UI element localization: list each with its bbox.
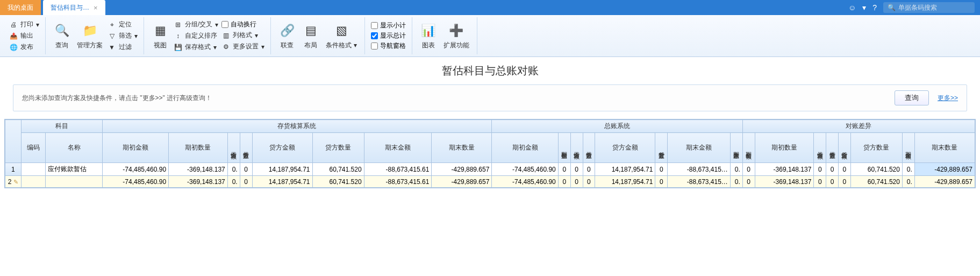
chevron-down-icon: ▾: [215, 21, 218, 29]
layout-icon: ▤: [302, 22, 319, 39]
group-button[interactable]: ⊞分组/交叉 ▾: [172, 19, 220, 30]
printer-icon: 🖨: [9, 20, 18, 29]
th-gl-begamt[interactable]: 期初金额: [492, 133, 558, 163]
subtotal-check[interactable]: 显示小计: [369, 20, 407, 31]
chevron-down-icon: ▾: [36, 21, 39, 29]
ext-button[interactable]: ➕扩展功能: [440, 21, 473, 51]
sort-icon: ↕: [174, 32, 182, 40]
funnel2-icon: ▼: [108, 43, 116, 52]
row-num: 1: [5, 163, 22, 176]
th-inv-begqty[interactable]: 期初数量: [169, 133, 228, 163]
magnifier-icon: 🔍: [53, 22, 70, 39]
ribbon-group-file: 🖨打印 ▾ 📤输出 🌐发布: [3, 17, 46, 54]
page-title: 暂估科目与总账对账: [0, 57, 980, 84]
th-d-begamt[interactable]: 期初金额: [742, 133, 755, 163]
sort-button[interactable]: ↕自定义排序: [172, 30, 220, 41]
table-row-sum[interactable]: 2 ✎ -74,485,460.90 -369,148.137 0. 0 14,…: [5, 176, 975, 188]
colfmt-button[interactable]: ▥列格式 ▾: [220, 30, 266, 41]
th-d-dramt[interactable]: 借方金额: [814, 133, 826, 163]
query-btn[interactable]: 查询: [895, 90, 929, 105]
th-inv-crqty[interactable]: 贷方数量: [312, 133, 364, 163]
th-inv-endamt[interactable]: 期末金额: [364, 133, 432, 163]
tab-active-label: 暂估科目与…: [51, 3, 89, 12]
more-link[interactable]: 更多>>: [938, 94, 958, 103]
ribbon-group-chart: 📊图表 ➕扩展功能: [412, 17, 477, 54]
th-inv-begamt[interactable]: 期初金额: [102, 133, 168, 163]
th-inv-dramt[interactable]: 借方金额: [227, 133, 240, 163]
th-gl-cramt[interactable]: 贷方金额: [595, 133, 655, 163]
total-check[interactable]: 显示总计: [369, 31, 407, 41]
th-gl-endqty[interactable]: 期末数量: [730, 133, 742, 163]
table-row[interactable]: 1 应付账款暂估 -74,485,460.90 -369,148.137 0. …: [5, 163, 975, 176]
condfmt-button[interactable]: ▧条件格式 ▾: [323, 21, 360, 51]
ribbon-group-link: 🔗联查 ▤布局 ▧条件格式 ▾: [271, 17, 364, 54]
chevron-down-icon: ▾: [261, 43, 264, 51]
tab-home[interactable]: 我的桌面: [0, 0, 41, 15]
chart-icon: 📊: [420, 22, 437, 39]
th-code[interactable]: 编码: [21, 133, 46, 163]
grid-icon: ▦: [152, 22, 169, 39]
ribbon-group-query: 🔍查询 📁管理方案 ⌖定位 ▽筛选 ▾ ▼过滤: [46, 17, 144, 54]
publish-button[interactable]: 🌐发布: [8, 41, 41, 53]
th-gl-crqty[interactable]: 贷方数量: [655, 133, 668, 163]
autowrap-check[interactable]: 自动换行: [220, 19, 266, 30]
plus-icon: ➕: [448, 22, 465, 39]
th-d-begqty[interactable]: 期初数量: [755, 133, 814, 163]
link-button[interactable]: 🔗联查: [275, 21, 299, 51]
view-button[interactable]: ▦视图: [148, 21, 172, 51]
cond-icon: ▧: [333, 22, 350, 39]
chevron-down-icon: ▾: [354, 41, 357, 49]
locate-icon: ⌖: [108, 20, 116, 29]
th-name[interactable]: 名称: [46, 133, 102, 163]
chevron-down-icon: ▾: [134, 32, 138, 40]
th-inv[interactable]: 存货核算系统: [102, 120, 492, 133]
link-icon: 🔗: [278, 22, 296, 39]
th-gl-dramt[interactable]: 借方金额: [570, 133, 583, 163]
chevron-down-icon: ▾: [255, 32, 258, 39]
ribbon: 🖨打印 ▾ 📤输出 🌐发布 🔍查询 📁管理方案 ⌖定位 ▽筛选 ▾ ▼过滤 ▦视…: [0, 15, 980, 57]
topbar-right: ☺ ▾ ? 🔍: [848, 2, 980, 13]
th-inv-endqty[interactable]: 期末数量: [432, 133, 492, 163]
locate-button[interactable]: ⌖定位: [106, 19, 139, 30]
th-d-endqty[interactable]: 期末数量: [914, 133, 975, 163]
th-d-drqty[interactable]: 借方数量: [826, 133, 839, 163]
print-button[interactable]: 🖨打印 ▾: [8, 19, 41, 30]
layout-button[interactable]: ▤布局: [299, 21, 323, 51]
query-button[interactable]: 🔍查询: [50, 21, 74, 51]
topbar: 我的桌面 暂估科目与… × ☺ ▾ ? 🔍: [0, 0, 980, 15]
navpane-check[interactable]: 导航窗格: [369, 41, 407, 51]
th-d-cramt[interactable]: 贷方金额: [839, 133, 851, 163]
ribbon-group-display: 显示小计 显示总计 导航窗格: [365, 17, 412, 54]
filter-bar: 您尚未添加查询方案及快捷条件，请点击 "更多>>" 进行高级查询！ 查询 更多>…: [13, 84, 967, 111]
help-icon[interactable]: ?: [872, 3, 877, 12]
tab-close-icon[interactable]: ×: [94, 4, 98, 12]
th-inv-drqty[interactable]: 借方数量: [240, 133, 252, 163]
th-diff[interactable]: 对账差异: [742, 120, 975, 133]
moreset-button[interactable]: ⚙更多设置 ▾: [220, 41, 266, 52]
search-input[interactable]: [898, 4, 970, 11]
export-button[interactable]: 📤输出: [8, 30, 41, 41]
th-gl-drqty[interactable]: 借方数量: [583, 133, 595, 163]
chart-button[interactable]: 📊图表: [417, 21, 440, 51]
smile-icon[interactable]: ☺: [848, 3, 856, 12]
th-gl-begqty[interactable]: 期初数量: [558, 133, 570, 163]
th-d-endamt[interactable]: 期末金额: [902, 133, 914, 163]
th-subject[interactable]: 科目: [21, 120, 102, 133]
filter2-button[interactable]: ▼过滤: [106, 41, 139, 53]
column-icon: ▥: [221, 31, 230, 40]
savefmt-button[interactable]: 💾保存格式 ▾: [172, 41, 220, 53]
save-icon: 💾: [174, 43, 182, 52]
th-d-crqty[interactable]: 贷方数量: [850, 133, 902, 163]
th-gl[interactable]: 总账系统: [492, 120, 742, 133]
th-inv-cramt[interactable]: 贷方金额: [252, 133, 312, 163]
row-num: 2 ✎: [5, 176, 22, 188]
filter-button[interactable]: ▽筛选 ▾: [106, 30, 139, 41]
search-box[interactable]: 🔍: [883, 2, 975, 13]
dropdown-icon[interactable]: ▾: [862, 3, 866, 12]
data-table: 科目 存货核算系统 总账系统 对账差异 编码 名称 期初金额 期初数量 借方金额…: [4, 119, 976, 188]
cell-code: [21, 163, 46, 176]
pencil-icon: ✎: [13, 179, 18, 185]
tab-active[interactable]: 暂估科目与… ×: [43, 0, 105, 15]
th-gl-endamt[interactable]: 期末金额: [668, 133, 731, 163]
plan-button[interactable]: 📁管理方案: [74, 21, 106, 51]
